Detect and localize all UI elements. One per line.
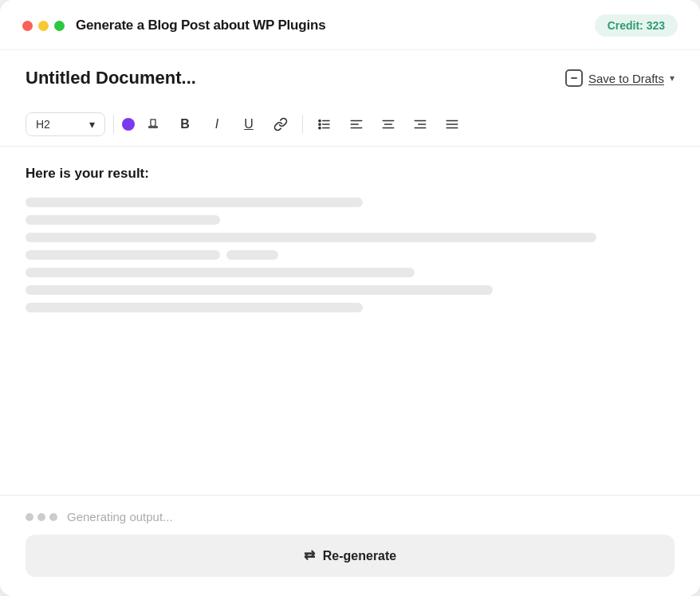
save-drafts-button[interactable]: Save to Drafts ▾ (565, 69, 674, 87)
save-icon (565, 69, 583, 87)
skeleton-line-2 (26, 215, 220, 225)
app-window: Generate a Blog Post about WP Plugins Cr… (0, 0, 700, 596)
window-title: Generate a Blog Post about WP Plugins (76, 18, 325, 33)
toolbar: H2 ▾ B I U (0, 103, 700, 147)
align-center-button[interactable] (375, 111, 402, 138)
skeleton-row-4 (26, 250, 674, 260)
heading-select[interactable]: H2 ▾ (26, 112, 105, 136)
color-picker-dot[interactable] (122, 118, 135, 131)
svg-point-5 (319, 124, 321, 125)
result-heading: Here is your result: (26, 166, 674, 182)
underline-icon: U (244, 117, 254, 131)
align-right-button[interactable] (407, 111, 434, 138)
traffic-light-green[interactable] (54, 21, 65, 31)
title-bar: Generate a Blog Post about WP Plugins Cr… (0, 0, 700, 50)
toolbar-divider-2 (302, 115, 303, 134)
link-icon (273, 117, 288, 131)
bold-button[interactable]: B (171, 111, 199, 138)
skeleton-line-1 (26, 198, 363, 207)
regenerate-label: Re-generate (323, 549, 396, 563)
document-area: Untitled Document... Save to Drafts ▾ H2… (0, 50, 700, 596)
dot-pulse (26, 513, 57, 521)
skeleton-line-7 (26, 303, 363, 312)
align-left-icon (349, 117, 364, 131)
skeleton-line-6 (26, 285, 493, 295)
pulse-dot-1 (26, 513, 33, 521)
regenerate-button[interactable]: ⇄ Re-generate (26, 535, 674, 577)
justify-button[interactable] (438, 111, 466, 138)
doc-title: Untitled Document... (26, 68, 196, 88)
bottom-bar: Generating output... ⇄ Re-generate (0, 495, 700, 596)
skeleton-line-5 (26, 268, 415, 277)
justify-icon (445, 117, 459, 131)
status-text: Generating output... (67, 510, 173, 523)
credit-badge: Credit: 323 (595, 14, 678, 37)
link-button[interactable] (267, 111, 294, 138)
italic-icon: I (215, 117, 218, 131)
traffic-light-yellow[interactable] (38, 21, 49, 31)
skeleton-line-3 (26, 233, 596, 242)
traffic-light-red[interactable] (22, 21, 33, 31)
pulse-dot-2 (37, 513, 45, 521)
bold-icon: B (180, 117, 190, 131)
content-area: Here is your result: (0, 147, 700, 495)
skeleton-line-4b (226, 250, 278, 260)
italic-button[interactable]: I (203, 111, 230, 138)
doc-header: Untitled Document... Save to Drafts ▾ (0, 50, 700, 103)
skeleton-line-4a (26, 250, 220, 260)
align-right-icon (413, 117, 427, 131)
underline-button[interactable]: U (235, 111, 262, 138)
traffic-lights (22, 21, 65, 31)
title-bar-left: Generate a Blog Post about WP Plugins (22, 18, 325, 33)
chevron-down-icon: ▾ (670, 73, 674, 84)
regenerate-icon: ⇄ (304, 547, 315, 564)
list-button[interactable] (311, 111, 338, 138)
highlight-icon (147, 118, 159, 131)
pulse-dot-3 (49, 513, 57, 521)
align-left-button[interactable] (343, 111, 370, 138)
align-center-icon (381, 117, 395, 131)
toolbar-divider-1 (113, 115, 114, 134)
save-drafts-label: Save to Drafts (588, 72, 664, 85)
heading-select-value: H2 (36, 118, 50, 131)
highlight-button[interactable] (140, 111, 167, 138)
svg-point-4 (319, 120, 321, 121)
skeleton-lines (26, 198, 674, 312)
list-icon (317, 117, 332, 131)
generating-status: Generating output... (26, 510, 674, 523)
svg-point-6 (319, 127, 321, 128)
heading-select-chevron: ▾ (89, 118, 95, 131)
